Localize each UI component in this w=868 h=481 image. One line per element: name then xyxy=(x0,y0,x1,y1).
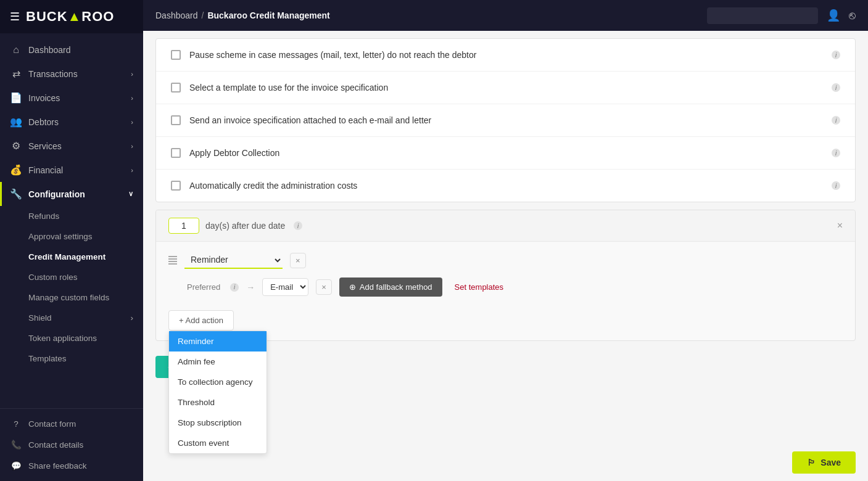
sidebar-item-financial[interactable]: 💰 Financial › xyxy=(0,158,143,182)
debtor-label: Apply Debtor Collection xyxy=(189,148,820,158)
breadcrumb: Dashboard / Buckaroo Credit Management xyxy=(155,10,330,20)
chevron-right-icon: › xyxy=(131,166,133,174)
sidebar-item-services[interactable]: ⚙ Services › xyxy=(0,134,143,158)
sidebar-sub-label: Custom roles xyxy=(28,273,78,282)
sidebar-item-label: Dashboard xyxy=(28,45,71,55)
sidebar-bottom: ? Contact form 📞 Contact details 💬 Share… xyxy=(0,408,143,481)
breadcrumb-current: Buckaroo Credit Management xyxy=(207,10,329,20)
action-type-select[interactable]: Reminder Admin fee To collection agency … xyxy=(184,252,283,269)
main-area: Dashboard / Buckaroo Credit Management 👤… xyxy=(143,0,868,481)
remove-type-button[interactable]: × xyxy=(290,253,306,268)
checkbox-pause[interactable] xyxy=(171,50,181,60)
dropdown-item-to-collection-agency[interactable]: To collection agency xyxy=(169,372,267,392)
checkbox-template[interactable] xyxy=(171,83,181,92)
sidebar-item-debtors[interactable]: 👥 Debtors › xyxy=(0,110,143,134)
sidebar-sub-label: Manage custom fields xyxy=(28,293,109,302)
sidebar-item-token-applications[interactable]: Token applications xyxy=(0,328,143,348)
dropdown-item-stop-subscription[interactable]: Stop subscription xyxy=(169,413,267,433)
sidebar-item-custom-roles[interactable]: Custom roles xyxy=(0,267,143,287)
financial-icon: 💰 xyxy=(10,164,22,176)
sidebar-item-refunds[interactable]: Refunds xyxy=(0,206,143,226)
settings-row-pause: Pause scheme in case messages (mail, tex… xyxy=(156,39,855,72)
info-icon-auto-credit[interactable]: i xyxy=(832,181,840,190)
search-input[interactable] xyxy=(707,7,818,24)
sidebar-item-label: Configuration xyxy=(28,189,85,199)
checkbox-send-invoice[interactable] xyxy=(171,115,181,125)
dropdown-item-custom-event[interactable]: Custom event xyxy=(169,433,267,453)
sidebar-item-shield[interactable]: Shield › xyxy=(0,308,143,328)
action-type-row: Reminder Admin fee To collection agency … xyxy=(168,252,843,269)
close-action-button[interactable]: × xyxy=(837,220,843,231)
sidebar-bottom-label: Contact form xyxy=(28,419,76,429)
logo-highlight: ▲ xyxy=(68,9,82,24)
content-area: Pause scheme in case messages (mail, tex… xyxy=(143,31,868,481)
chevron-right-icon: › xyxy=(131,70,133,78)
chevron-right-icon: › xyxy=(131,313,134,323)
sidebar-item-invoices[interactable]: 📄 Invoices › xyxy=(0,86,143,110)
user-icon[interactable]: 👤 xyxy=(827,9,840,22)
sidebar-item-templates[interactable]: Templates xyxy=(0,348,143,369)
plus-icon: ⊕ xyxy=(349,282,356,292)
transactions-icon: ⇄ xyxy=(10,68,22,80)
sidebar-item-contact-details[interactable]: 📞 Contact details xyxy=(0,434,143,455)
sidebar-item-share-feedback[interactable]: 💬 Share feedback xyxy=(0,455,143,476)
preferred-row: Preferred i → E-mail SMS Letter × ⊕ Add … xyxy=(168,278,843,297)
dropdown-item-admin-fee[interactable]: Admin fee xyxy=(169,352,267,372)
breadcrumb-separator: / xyxy=(202,10,204,20)
save-button[interactable]: 🏳 Save xyxy=(792,451,856,474)
add-fallback-button[interactable]: ⊕ Add fallback method xyxy=(339,278,442,297)
sidebar-item-dashboard[interactable]: ⌂ Dashboard xyxy=(0,38,143,62)
sidebar: ☰ BUCK▲ROO ⌂ Dashboard ⇄ Transactions › … xyxy=(0,0,143,481)
save-icon: 🏳 xyxy=(807,458,816,467)
checkbox-debtor[interactable] xyxy=(171,148,181,158)
sidebar-item-manage-custom-fields[interactable]: Manage custom fields xyxy=(0,287,143,308)
settings-row-debtor: Apply Debtor Collection i xyxy=(156,137,855,170)
sidebar-item-label: Services xyxy=(28,141,62,151)
info-icon-pause[interactable]: i xyxy=(832,51,840,59)
logout-icon[interactable]: ⎋ xyxy=(849,9,856,22)
auto-credit-label: Automatically credit the administration … xyxy=(189,181,820,191)
preferred-label: Preferred xyxy=(187,282,220,292)
sort-handle-line xyxy=(168,256,177,257)
settings-card: Pause scheme in case messages (mail, tex… xyxy=(155,38,856,202)
method-select[interactable]: E-mail SMS Letter xyxy=(262,278,308,296)
checkbox-auto-credit[interactable] xyxy=(171,181,181,191)
invoices-icon: 📄 xyxy=(10,92,22,104)
set-templates-link[interactable]: Set templates xyxy=(455,282,504,292)
info-icon-debtor[interactable]: i xyxy=(832,149,840,157)
sort-handle[interactable] xyxy=(168,256,177,265)
sidebar-item-configuration[interactable]: 🔧 Configuration ∨ xyxy=(0,182,143,206)
dashboard-icon: ⌂ xyxy=(10,44,22,56)
dropdown-item-reminder[interactable]: Reminder xyxy=(169,331,267,352)
sidebar-item-label: Debtors xyxy=(28,117,59,127)
sidebar-item-approval-settings[interactable]: Approval settings xyxy=(0,226,143,247)
sidebar-sub-label: Refunds xyxy=(28,212,59,221)
menu-icon[interactable]: ☰ xyxy=(10,10,20,23)
settings-row-auto-credit: Automatically credit the administration … xyxy=(156,170,855,202)
sidebar-item-transactions[interactable]: ⇄ Transactions › xyxy=(0,62,143,86)
topbar: Dashboard / Buckaroo Credit Management 👤… xyxy=(143,0,868,31)
sidebar-sub-label: Credit Management xyxy=(28,252,105,261)
send-invoice-label: Send an invoice specification attached t… xyxy=(189,115,820,125)
sidebar-bottom-label: Contact details xyxy=(28,440,83,450)
chevron-right-icon: › xyxy=(131,94,133,102)
info-icon-preferred[interactable]: i xyxy=(230,283,239,292)
days-input[interactable]: 1 xyxy=(168,218,199,234)
info-icon-days[interactable]: i xyxy=(294,221,302,230)
sidebar-item-label: Transactions xyxy=(28,69,78,79)
sort-handle-line xyxy=(168,258,177,260)
add-action-button[interactable]: + Add action xyxy=(168,310,234,331)
remove-method-button[interactable]: × xyxy=(316,279,332,295)
action-body: Reminder Admin fee To collection agency … xyxy=(156,242,855,340)
days-label: day(s) after due date xyxy=(205,221,285,231)
sidebar-sub-label: Templates xyxy=(28,354,67,363)
sidebar-item-credit-management[interactable]: Credit Management xyxy=(0,247,143,267)
sidebar-item-contact-form[interactable]: ? Contact form xyxy=(0,414,143,434)
sidebar-item-label: Financial xyxy=(28,165,63,175)
dropdown-item-threshold[interactable]: Threshold xyxy=(169,392,267,413)
info-icon-send-invoice[interactable]: i xyxy=(832,116,840,125)
app-name: BUCK▲ROO xyxy=(26,9,114,25)
main-nav: ⌂ Dashboard ⇄ Transactions › 📄 Invoices … xyxy=(0,33,143,408)
info-icon-template[interactable]: i xyxy=(832,83,840,92)
sidebar-sub-label: Approval settings xyxy=(28,232,93,241)
